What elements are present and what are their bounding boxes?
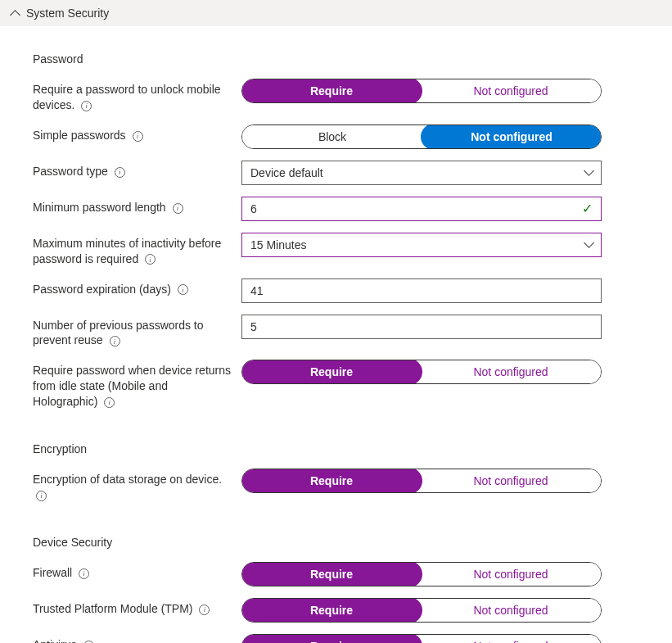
- toggle-simple-passwords: Block Not configured: [241, 125, 602, 149]
- label-simple-passwords: Simple passwords: [33, 125, 241, 143]
- info-icon[interactable]: [81, 101, 92, 111]
- info-icon[interactable]: [199, 605, 210, 615]
- toggle-opt-require[interactable]: Require: [241, 469, 422, 493]
- info-icon[interactable]: [173, 203, 183, 214]
- select-password-type[interactable]: Device default: [241, 161, 602, 185]
- subsection-device-security-title: Device Security: [33, 536, 639, 549]
- toggle-opt-notconf[interactable]: Not configured: [421, 599, 601, 622]
- checkmark-icon: ✓: [582, 201, 593, 216]
- info-icon[interactable]: [83, 641, 94, 643]
- toggle-opt-notconf[interactable]: Not configured: [421, 79, 601, 102]
- info-icon[interactable]: [133, 131, 143, 142]
- toggle-require-idle: Require Not configured: [241, 360, 602, 384]
- row-require-idle: Require password when device returns fro…: [33, 360, 639, 410]
- toggle-tpm: Require Not configured: [241, 598, 602, 623]
- label-require-unlock: Require a password to unlock mobile devi…: [33, 79, 241, 113]
- section-header[interactable]: System Security: [0, 0, 672, 26]
- info-icon[interactable]: [110, 336, 120, 346]
- row-expiration: Password expiration (days): [33, 278, 639, 303]
- label-min-length: Minimum password length: [33, 197, 241, 215]
- toggle-opt-notconf[interactable]: Not configured: [421, 635, 601, 643]
- label-expiration: Password expiration (days): [33, 278, 241, 297]
- info-icon[interactable]: [145, 254, 156, 265]
- label-password-type: Password type: [33, 161, 241, 179]
- toggle-opt-notconf[interactable]: Not configured: [422, 125, 602, 149]
- row-require-unlock: Require a password to unlock mobile devi…: [33, 79, 639, 113]
- row-prev-passwords: Number of previous passwords to prevent …: [33, 315, 639, 349]
- toggle-opt-block[interactable]: Block: [242, 125, 422, 148]
- toggle-opt-require[interactable]: Require: [241, 562, 422, 586]
- label-max-inactivity: Maximum minutes of inactivity before pas…: [33, 233, 241, 267]
- row-antivirus: Antivirus Require Not configured: [33, 634, 639, 643]
- row-firewall: Firewall Require Not configured: [33, 562, 639, 586]
- toggle-encryption-storage: Require Not configured: [241, 469, 602, 493]
- select-max-inactivity[interactable]: 15 Minutes: [241, 233, 602, 257]
- label-antivirus: Antivirus: [33, 634, 241, 643]
- label-encryption-storage: Encryption of data storage on device.: [33, 469, 241, 503]
- row-encryption-storage: Encryption of data storage on device. Re…: [33, 469, 639, 503]
- row-password-type: Password type Device default: [33, 161, 639, 185]
- subsection-encryption-title: Encryption: [33, 442, 639, 455]
- toggle-opt-notconf[interactable]: Not configured: [421, 563, 601, 586]
- chevron-down-icon: [585, 167, 593, 178]
- label-firewall: Firewall: [33, 562, 241, 581]
- toggle-opt-require[interactable]: Require: [241, 634, 422, 643]
- input-expiration[interactable]: [241, 278, 602, 303]
- select-password-type-value: Device default: [250, 166, 323, 179]
- label-require-idle: Require password when device returns fro…: [33, 360, 241, 410]
- toggle-opt-notconf[interactable]: Not configured: [421, 360, 601, 383]
- label-prev-passwords: Number of previous passwords to prevent …: [33, 315, 241, 349]
- row-tpm: Trusted Platform Module (TPM) Require No…: [33, 598, 639, 623]
- info-icon[interactable]: [178, 284, 188, 295]
- section-title: System Security: [26, 7, 109, 20]
- content-area: Password Require a password to unlock mo…: [0, 26, 672, 643]
- info-icon[interactable]: [104, 397, 115, 408]
- toggle-opt-require[interactable]: Require: [241, 598, 422, 623]
- info-icon[interactable]: [115, 167, 125, 178]
- toggle-require-unlock: Require Not configured: [241, 79, 602, 103]
- toggle-antivirus: Require Not configured: [241, 634, 602, 643]
- label-tpm: Trusted Platform Module (TPM): [33, 598, 241, 617]
- info-icon[interactable]: [36, 491, 47, 501]
- input-min-length-value: 6: [250, 202, 257, 215]
- toggle-opt-notconf[interactable]: Not configured: [421, 469, 601, 492]
- row-min-length: Minimum password length 6 ✓: [33, 197, 639, 221]
- toggle-opt-require[interactable]: Require: [241, 79, 422, 103]
- toggle-firewall: Require Not configured: [241, 562, 602, 586]
- select-max-inactivity-value: 15 Minutes: [250, 238, 306, 251]
- chevron-down-icon: [585, 239, 593, 250]
- info-icon[interactable]: [79, 568, 89, 579]
- row-simple-passwords: Simple passwords Block Not configured: [33, 125, 639, 149]
- input-prev-passwords[interactable]: [241, 315, 602, 339]
- toggle-opt-require[interactable]: Require: [241, 360, 422, 384]
- row-max-inactivity: Maximum minutes of inactivity before pas…: [33, 233, 639, 267]
- subsection-password-title: Password: [33, 52, 639, 66]
- input-min-length[interactable]: 6 ✓: [241, 197, 602, 221]
- chevron-up-icon: [10, 8, 20, 18]
